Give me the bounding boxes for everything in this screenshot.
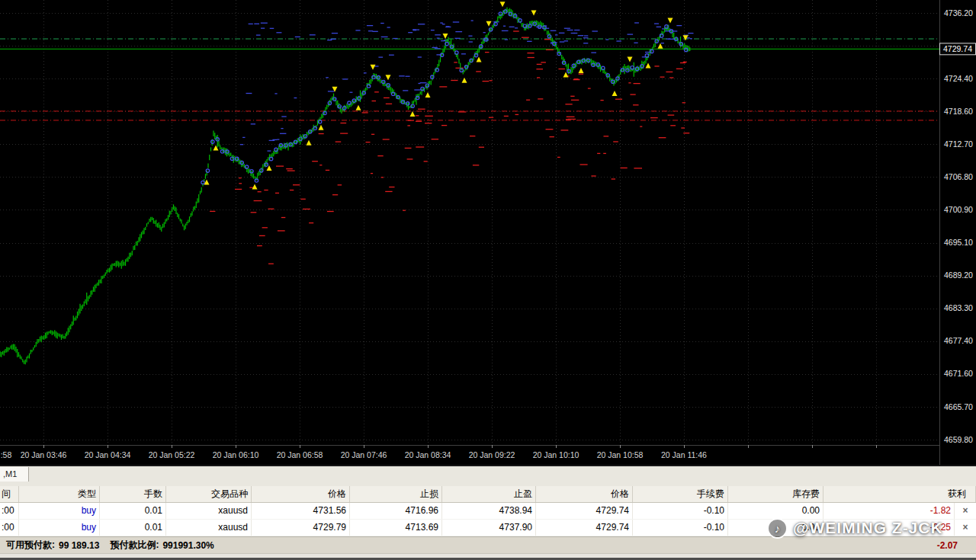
price-axis-label: 4736.20 [944,8,973,18]
cell-current-price: 4729.74 [536,503,633,519]
chart-tabbar: ,M1 [0,465,976,486]
col-header-type[interactable]: 类型 [19,486,100,502]
cell-type: buy [19,503,100,519]
col-header-swap[interactable]: 库存费 [728,486,824,502]
col-header-profit[interactable]: 获利 [824,486,976,502]
cell-open-price: 4729.79 [252,520,350,536]
cell-current-price: 4729.74 [536,520,633,536]
time-axis-label: 20 Jan 04:34 [85,450,131,459]
col-header-symbol[interactable]: 交易品种 [166,486,252,502]
cell-type: buy [19,520,100,536]
cell-swap: 0.00 [728,503,824,519]
price-axis-label: 4689.20 [944,270,973,280]
cell-symbol: xauusd [166,520,252,536]
close-position-button[interactable]: × [955,520,976,536]
price-axis-label: 4706.80 [944,172,973,181]
price-axis-label: 4677.40 [944,336,973,345]
time-axis-label: 20 Jan 03:46 [21,450,67,459]
cell-profit: -0.25 [824,520,955,536]
chart-background [0,0,976,465]
price-axis-label: 4712.70 [944,139,973,149]
cell-open-time: :00 [0,503,19,519]
time-axis-label: 20 Jan 10:10 [533,450,580,459]
col-header-lots[interactable]: 手数 [100,486,166,502]
col-header-current-price[interactable]: 价格 [536,486,633,502]
col-header-take-profit[interactable]: 止盈 [442,486,536,502]
time-axis-label: 20 Jan 07:46 [341,450,387,459]
cell-lots: 0.01 [100,503,166,519]
price-axis-label: 4718.60 [944,107,973,116]
price-axis-label: 4683.30 [944,303,973,312]
current-price-tag: 4729.74 [940,43,976,55]
cell-symbol: xauusd [166,503,252,519]
account-summary-row: 可用预付款: 99 189.13 预付款比例: 991991.30% -2.07 [0,536,976,553]
trades-table: 间 类型 手数 交易品种 价格 止损 止盈 价格 手续费 库存费 获利 :00 … [0,486,976,553]
free-margin-label: 可用预付款: [6,539,55,552]
cell-stop-loss: 4716.96 [350,503,442,519]
chart-tab-label: ,M1 [3,469,17,478]
bottom-strip [0,553,976,560]
cell-open-price: 4731.56 [252,503,350,519]
trade-row[interactable]: :00 buy 0.01 xauusd 4731.56 4716.96 4738… [0,503,976,520]
total-profit-value: -2.07 [937,540,976,551]
cell-take-profit: 4738.94 [442,503,536,519]
price-axis-label: 4671.60 [944,369,973,378]
cell-profit: -1.82 [824,503,955,519]
time-axis-label: 20 Jan 08:34 [405,450,451,459]
cell-lots: 0.01 [100,520,166,536]
cell-swap: 0.00 [728,520,824,536]
col-header-time[interactable]: 间 [0,486,19,502]
price-axis-label: 4659.80 [944,435,973,444]
trades-header-row: 间 类型 手数 交易品种 价格 止损 止盈 价格 手续费 库存费 获利 [0,486,976,503]
time-axis-label: 20 Jan 09:22 [469,450,515,459]
trade-row[interactable]: :00 buy 0.01 xauusd 4729.79 4713.69 4737… [0,520,976,536]
cell-open-time: :00 [0,520,19,536]
col-header-stop-loss[interactable]: 止损 [350,486,442,502]
margin-level-value: 991991.30% [162,540,214,551]
close-position-button[interactable]: × [955,503,976,519]
time-axis-label: 20 Jan 10:58 [597,450,644,459]
margin-level-label: 预付款比例: [110,539,159,552]
time-axis-label: 20 Jan 05:22 [149,450,195,459]
time-axis-label: 20 Jan 06:10 [213,450,259,459]
cell-stop-loss: 4713.69 [350,520,442,536]
cell-commission: -0.10 [633,520,728,536]
time-axis-label: 20 Jan 06:58 [277,450,323,459]
mt4-trading-terminal: 4736.204724.404718.604712.704706.804700.… [0,0,976,560]
col-header-open-price[interactable]: 价格 [252,486,350,502]
time-axis-label: 20 Jan 11:46 [661,450,707,459]
free-margin-value: 99 189.13 [59,540,99,551]
price-axis-label: 4695.10 [944,238,973,247]
chart-tab-m1[interactable]: ,M1 [0,467,29,482]
cell-commission: -0.10 [633,503,728,519]
cell-take-profit: 4737.90 [442,520,536,536]
time-axis-label: :58 [1,450,12,459]
col-header-commission[interactable]: 手续费 [633,486,728,502]
price-axis-label: 4665.70 [944,402,973,411]
price-chart[interactable]: 4736.204724.404718.604712.704706.804700.… [0,0,976,465]
svg-text:4729.74: 4729.74 [943,44,972,53]
price-axis-label: 4700.90 [944,205,973,214]
price-axis-label: 4724.40 [944,74,973,83]
